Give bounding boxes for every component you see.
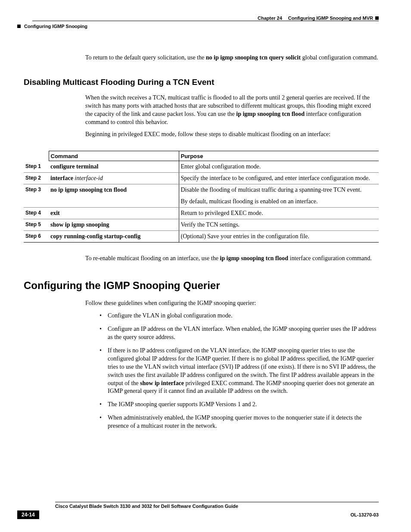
list-item: Configure the VLAN in global configurati… [98,312,379,320]
footer-title: Cisco Catalyst Blade Switch 3130 and 303… [55,504,379,509]
table-row: Step 6 copy running-config startup-confi… [24,230,379,242]
table-row: Step 1 configure terminal Enter global c… [24,161,379,173]
heading-querier: Configuring the IGMP Snooping Querier [24,280,379,292]
intro-paragraph: To return to the default query solicitat… [85,54,379,62]
header-rule [32,21,379,21]
section-marker-icon [17,25,21,28]
document-id: OL-13270-03 [351,512,379,517]
table-row: Step 2 interface interface-id Specify th… [24,173,379,184]
table-row: Step 4 exit Return to privileged EXEC mo… [24,207,379,219]
chapter-title: Configuring IGMP Snooping and MVR [288,16,373,21]
list-item: The IGMP snooping querier supports IGMP … [98,401,379,409]
list-item: When administratively enabled, the IGMP … [98,414,379,430]
list-item: Configure an IP address on the VLAN inte… [98,325,379,342]
chapter-header: Chapter 24 Configuring IGMP Snooping and… [258,16,379,21]
guidelines-list: Configure the VLAN in global configurati… [98,312,379,430]
para-steps-intro: Beginning in privileged EXEC mode, follo… [85,131,379,139]
header-marker-icon [375,16,379,20]
table-head-purpose: Purpose [179,151,379,161]
para-reenable: To re-enable multicast flooding on an in… [85,255,379,263]
heading-disabling-multicast: Disabling Multicast Flooding During a TC… [24,78,379,87]
para-guidelines-intro: Follow these guidelines when configuring… [85,299,379,308]
table-head-command: Command [49,151,179,161]
page-number-badge: 24-14 [17,510,39,519]
chapter-number: Chapter 24 [258,16,282,21]
para-tcn-description: When the switch receives a TCN, multicas… [85,94,379,127]
table-row: Step 5 show ip igmp snooping Verify the … [24,219,379,230]
steps-table: Command Purpose Step 1 configure termina… [24,151,379,242]
section-breadcrumb: Configuring IGMP Snooping [17,24,87,29]
section-name: Configuring IGMP Snooping [24,24,87,29]
table-row: Step 3 no ip igmp snooping tcn flood Dis… [24,184,379,208]
list-item: If there is no IP address configured on … [98,347,379,395]
page-footer: Cisco Catalyst Blade Switch 3130 and 303… [17,502,379,519]
